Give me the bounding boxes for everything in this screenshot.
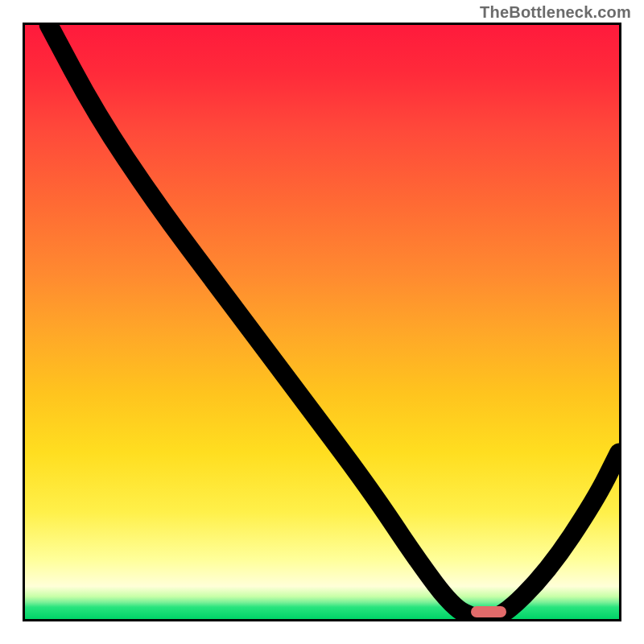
chart-stage: TheBottleneck.com [0,0,644,644]
optimal-point-marker [471,606,506,617]
chart-frame [23,23,621,621]
watermark-text: TheBottleneck.com [480,3,631,22]
bottleneck-curve [25,25,619,619]
